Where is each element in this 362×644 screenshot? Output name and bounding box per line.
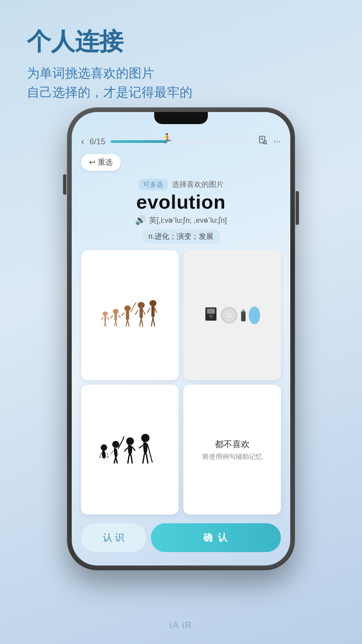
svg-rect-6 <box>104 315 106 321</box>
phone-screen: ‹ 6/15 🏃 <box>72 112 290 566</box>
svg-line-61 <box>143 454 144 464</box>
runner-icon: 🏃 <box>161 133 173 144</box>
svg-line-47 <box>107 456 108 458</box>
can-select-tag: 可多选 <box>138 179 168 191</box>
svg-line-22 <box>127 320 129 326</box>
svg-line-25 <box>135 310 138 314</box>
svg-rect-24 <box>139 308 143 318</box>
svg-point-53 <box>126 437 134 445</box>
watermark: iA iR <box>170 620 192 631</box>
image-card-no-like[interactable]: 都不喜欢 将使用例句辅助记忆 <box>183 385 281 515</box>
svg-rect-42 <box>241 311 245 321</box>
svg-marker-50 <box>122 436 125 438</box>
svg-rect-36 <box>207 309 215 314</box>
evolution-image-1 <box>98 293 162 337</box>
svg-line-8 <box>107 317 109 320</box>
svg-line-56 <box>128 455 129 464</box>
reselect-button[interactable]: ↩ 重选 <box>81 154 121 171</box>
search-doc-icon[interactable] <box>258 136 267 147</box>
svg-line-59 <box>139 445 143 448</box>
svg-point-58 <box>141 434 149 442</box>
svg-rect-12 <box>114 314 117 321</box>
back-button[interactable]: ‹ <box>81 136 84 147</box>
svg-line-28 <box>141 318 143 326</box>
more-icon[interactable]: ··· <box>274 136 281 147</box>
phone-mockup: ‹ 6/15 🏃 <box>67 107 295 570</box>
svg-line-32 <box>155 308 157 313</box>
svg-point-5 <box>103 311 108 316</box>
page-subtitle: 为单词挑选喜欢的图片 自己选择的，才是记得最牢的 <box>27 64 192 102</box>
top-bar: ‹ 6/15 🏃 <box>81 136 281 147</box>
no-like-title: 都不喜欢 <box>215 438 250 450</box>
main-word: evolution <box>81 191 281 213</box>
evolution-image-3 <box>98 426 162 473</box>
bottom-buttons: 认 识 确 认 <box>81 520 281 559</box>
progress-counter: 6/15 <box>89 137 105 146</box>
svg-point-11 <box>113 309 118 314</box>
recognize-button[interactable]: 认 识 <box>81 523 146 552</box>
phonetic-row: 🔊 英[ˌiːvəˈluːʃn; ˌevəˈluːʃn] <box>81 215 281 225</box>
svg-line-34 <box>153 317 155 326</box>
svg-line-54 <box>124 447 127 451</box>
no-like-subtitle: 将使用例句辅助记忆 <box>202 452 262 461</box>
word-section: 可多选 选择喜欢的图片 evolution 🔊 英[ˌiːvəˈluːʃn; ˌ… <box>81 179 281 244</box>
svg-rect-43 <box>242 309 244 312</box>
svg-line-19 <box>121 313 124 316</box>
svg-point-48 <box>112 441 119 448</box>
screen-content: ‹ 6/15 🏃 <box>72 112 290 566</box>
svg-point-44 <box>249 306 260 324</box>
svg-rect-37 <box>209 314 213 318</box>
page-header: 个人连接 为单词挑选喜欢的图片 自己选择的，才是记得最牢的 <box>27 27 192 102</box>
evolution-image-2 <box>204 295 261 335</box>
svg-line-26 <box>143 310 145 314</box>
svg-point-41 <box>228 314 230 316</box>
svg-line-20 <box>130 303 135 312</box>
progress-bar: 🏃 <box>111 140 253 143</box>
svg-rect-18 <box>126 311 129 320</box>
svg-line-60 <box>147 444 152 462</box>
hint-row: 可多选 选择喜欢的图片 <box>81 179 281 191</box>
svg-point-23 <box>137 302 144 308</box>
phone-notch <box>154 112 208 124</box>
audio-icon[interactable]: 🔊 <box>135 215 146 225</box>
svg-point-29 <box>149 300 156 306</box>
svg-line-14 <box>118 315 120 318</box>
phonetic-text: 英[ˌiːvəˈluːʃn; ˌevəˈluːʃn] <box>149 215 227 225</box>
confirm-button[interactable]: 确 认 <box>151 523 281 552</box>
top-icons: ··· <box>258 136 281 147</box>
image-grid: 都不喜欢 将使用例句辅助记忆 <box>81 250 281 515</box>
svg-point-17 <box>124 305 130 311</box>
svg-line-10 <box>105 321 106 326</box>
phone-outer: ‹ 6/15 🏃 <box>67 107 295 570</box>
progress-fill: 🏃 <box>111 140 168 143</box>
svg-line-55 <box>132 447 135 450</box>
definition-badge: n.进化；演变；发展 <box>142 229 220 244</box>
svg-line-46 <box>99 456 101 458</box>
svg-point-45 <box>101 444 107 450</box>
svg-line-62 <box>146 454 148 464</box>
select-hint: 选择喜欢的图片 <box>172 180 224 189</box>
reselect-icon: ↩ <box>89 158 95 167</box>
svg-line-16 <box>116 321 117 326</box>
page-title: 个人连接 <box>27 27 192 56</box>
image-card-1[interactable] <box>81 250 179 380</box>
svg-line-4 <box>266 144 267 144</box>
reselect-label: 重选 <box>98 157 113 167</box>
svg-rect-30 <box>151 306 155 317</box>
svg-line-31 <box>147 308 150 313</box>
image-card-2[interactable] <box>183 250 281 380</box>
svg-line-7 <box>101 317 103 320</box>
svg-line-13 <box>110 315 113 319</box>
svg-line-52 <box>116 457 117 463</box>
image-card-3[interactable] <box>81 385 179 515</box>
svg-line-57 <box>131 455 132 464</box>
